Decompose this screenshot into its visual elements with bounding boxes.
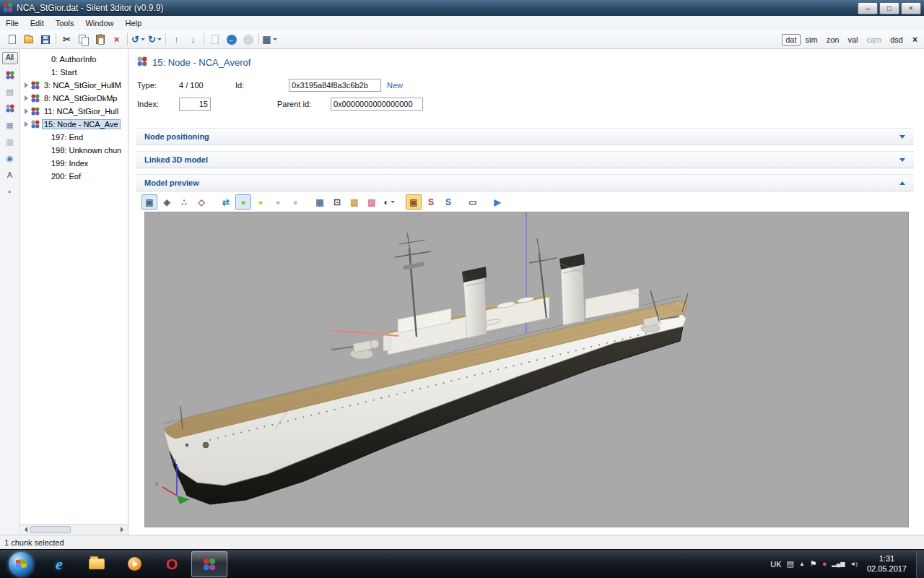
section-linked-3d-model[interactable]: Linked 3D model: [136, 151, 914, 168]
volume-icon[interactable]: ◄): [850, 561, 858, 567]
file-toggle-sim[interactable]: sim: [802, 34, 821, 46]
file-toggle-zon[interactable]: zon: [823, 34, 843, 46]
taskbar-explorer-button[interactable]: [79, 551, 115, 577]
tree-item[interactable]: 15: Node - NCA_Ave: [20, 118, 128, 131]
cut-button[interactable]: ✂: [58, 32, 75, 48]
tree-item[interactable]: 200: Eof: [20, 170, 128, 183]
scroll-thumb[interactable]: [30, 526, 71, 533]
file-toggle-cam[interactable]: cam: [863, 34, 885, 46]
expander-icon[interactable]: [25, 121, 28, 127]
menu-help[interactable]: Help: [120, 17, 148, 29]
taskbar-opera-button[interactable]: O: [154, 551, 190, 577]
close-file-button[interactable]: ×: [912, 35, 918, 45]
tree-horizontal-scrollbar[interactable]: [20, 524, 128, 535]
paste-button[interactable]: [92, 32, 108, 48]
tree-item[interactable]: 197: End: [20, 131, 128, 144]
section-node-positioning[interactable]: Node positioning: [136, 128, 914, 145]
scroll-right-icon[interactable]: [121, 527, 123, 532]
menu-edit[interactable]: Edit: [25, 17, 50, 29]
flip-view-button[interactable]: ⇄: [218, 194, 234, 210]
titlebar[interactable]: NCA_StGior.dat - Silent 3ditor (v0.9.9) …: [0, 0, 924, 16]
light-yellow-button[interactable]: ●: [253, 194, 269, 210]
filter-pages-button[interactable]: ▤: [3, 86, 17, 98]
file-toggle-dsd[interactable]: dsd: [886, 34, 907, 46]
parent-id-input[interactable]: [331, 98, 423, 111]
taskbar-s3d-button[interactable]: [191, 551, 227, 577]
delete-button[interactable]: ×: [108, 32, 125, 48]
material-button[interactable]: ▧: [364, 194, 380, 210]
section-model-preview[interactable]: Model preview: [136, 174, 914, 191]
vertices-view-button[interactable]: ∴: [176, 194, 192, 210]
language-indicator[interactable]: UK: [770, 560, 781, 569]
save-file-button[interactable]: [37, 32, 53, 48]
grid-toggle-button[interactable]: ▦: [312, 194, 328, 210]
move-up-button[interactable]: ↑: [168, 32, 185, 48]
dropdown-arrow-icon[interactable]: [273, 38, 277, 40]
texture-box-button[interactable]: ▨: [346, 194, 362, 210]
shader-reload-button[interactable]: S: [440, 194, 456, 210]
boundingbox-view-button[interactable]: ◇: [193, 194, 209, 210]
light-green-button[interactable]: ●: [235, 194, 251, 210]
taskbar-ie-button[interactable]: e: [41, 551, 77, 577]
render-options-button[interactable]: ▣: [406, 194, 422, 210]
menu-window[interactable]: Window: [79, 17, 119, 29]
tree-item[interactable]: 198: Unknown chun: [20, 144, 128, 157]
filter-globe-button[interactable]: ◉: [3, 152, 17, 164]
tree-item[interactable]: 199: Index: [20, 157, 128, 170]
filter-text-button[interactable]: A: [3, 169, 17, 181]
show-desktop-button[interactable]: [916, 550, 924, 578]
tree-item[interactable]: 3: NCA_StGior_HullM: [20, 79, 128, 92]
index-input[interactable]: [179, 98, 211, 111]
close-button[interactable]: ×: [901, 2, 921, 14]
filter-docs-button[interactable]: ▥: [3, 136, 17, 147]
wireframe-view-button[interactable]: ◈: [159, 194, 175, 210]
hidden-icons-button[interactable]: ▲: [799, 561, 805, 567]
file-toggle-val[interactable]: val: [844, 34, 861, 46]
tree-item[interactable]: 11: NCA_StGior_Hull: [20, 105, 128, 118]
open-file-button[interactable]: [20, 32, 37, 48]
taskbar-media-player-button[interactable]: [116, 551, 152, 577]
tree-item[interactable]: 0: AuthorInfo: [20, 53, 128, 66]
filter-misc-button[interactable]: ▪: [3, 186, 17, 197]
file-toggle-dat[interactable]: dat: [782, 34, 800, 46]
undo-button[interactable]: ↺: [130, 32, 147, 48]
background-color-button[interactable]: ◐: [381, 194, 397, 210]
light-gray1-button[interactable]: ●: [270, 194, 286, 210]
go-forward-button[interactable]: →: [240, 32, 256, 48]
model-viewport[interactable]: y x: [144, 212, 909, 527]
move-down-button[interactable]: ↓: [185, 32, 201, 48]
zoom-extents-button[interactable]: ⊡: [329, 194, 345, 210]
dropdown-arrow-icon[interactable]: [391, 201, 395, 203]
expander-icon[interactable]: [25, 95, 28, 101]
shader-red-button[interactable]: S: [423, 194, 439, 210]
menu-tools[interactable]: Tools: [50, 17, 80, 29]
chevron-down-icon[interactable]: [899, 135, 905, 139]
tree-item[interactable]: 8: NCA_StGiorDkMp: [20, 92, 128, 105]
expander-icon[interactable]: [25, 108, 28, 114]
maximize-button[interactable]: □: [879, 2, 899, 14]
antivirus-icon[interactable]: ●: [822, 560, 827, 568]
action-center-icon[interactable]: ⚑: [810, 560, 817, 568]
keyboard-icon[interactable]: ▤: [787, 560, 794, 568]
filter-images-button[interactable]: ▦: [3, 119, 17, 131]
start-button[interactable]: [9, 552, 33, 577]
network-icon[interactable]: ▂▄▆: [832, 561, 845, 567]
tree-item[interactable]: 1: Start: [20, 66, 128, 79]
expander-icon[interactable]: [25, 82, 28, 88]
export-button[interactable]: [206, 32, 223, 48]
scroll-left-icon[interactable]: [25, 527, 27, 532]
new-id-link[interactable]: New: [387, 81, 403, 90]
id-input[interactable]: [289, 79, 381, 92]
light-gray2-button[interactable]: ●: [287, 194, 303, 210]
minimize-button[interactable]: –: [858, 2, 878, 14]
screenshot-button[interactable]: ▭: [465, 194, 481, 210]
dropdown-arrow-icon[interactable]: [157, 38, 162, 40]
go-back-button[interactable]: ←: [223, 32, 240, 48]
new-file-button[interactable]: [4, 32, 20, 48]
redo-button[interactable]: ↻: [147, 32, 163, 48]
taskbar-clock[interactable]: 1:31 02.05.2017: [867, 554, 907, 574]
chevron-up-icon[interactable]: [899, 181, 905, 185]
play-button[interactable]: ▶: [489, 194, 505, 210]
columns-view-button[interactable]: ▦: [261, 32, 278, 48]
menu-file[interactable]: File: [0, 17, 25, 29]
